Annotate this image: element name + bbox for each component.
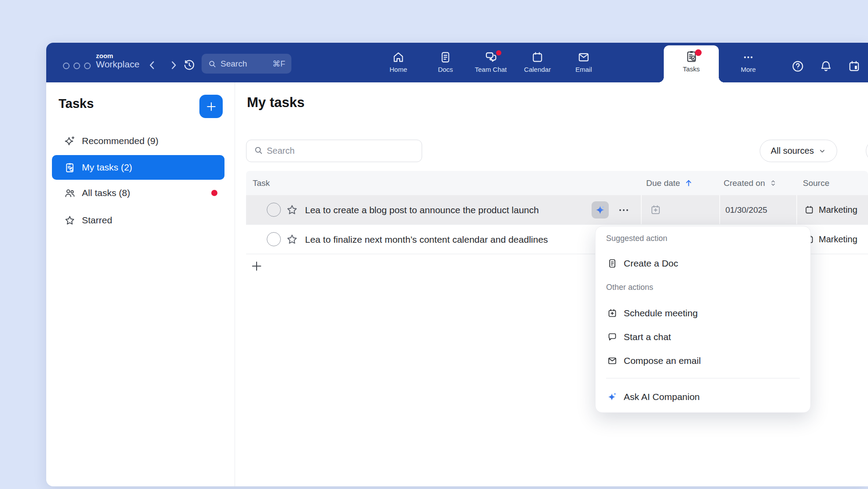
- sparkle-icon: [64, 135, 76, 147]
- global-search-input[interactable]: Search ⌘F: [202, 54, 291, 74]
- window-control-dot[interactable]: [74, 63, 80, 69]
- calendar-plus-icon: [607, 308, 618, 319]
- doc-icon: [607, 258, 618, 269]
- source-filter-dropdown[interactable]: All sources: [760, 140, 837, 162]
- sidebar-item-my-tasks[interactable]: My tasks (2): [52, 155, 224, 180]
- nav-calendar-label: Calendar: [515, 66, 559, 73]
- nav-email[interactable]: Email: [562, 49, 606, 73]
- column-header-created-on[interactable]: Created on: [724, 171, 777, 195]
- help-button[interactable]: [791, 59, 804, 73]
- column-header-source[interactable]: Source: [803, 171, 829, 195]
- window-control-dot[interactable]: [63, 63, 70, 69]
- star-icon[interactable]: [286, 233, 298, 246]
- sidebar-item-starred[interactable]: Starred: [52, 208, 224, 233]
- logo-workplace-text: Workplace: [96, 59, 140, 69]
- envelope-icon: [607, 356, 618, 366]
- bell-icon: [819, 59, 833, 73]
- nav-home[interactable]: Home: [376, 49, 420, 73]
- window-control-dot[interactable]: [84, 63, 91, 69]
- chevron-down-icon: [818, 147, 826, 155]
- chevron-left-icon: [146, 59, 159, 72]
- column-header-due-date[interactable]: Due date: [646, 171, 693, 195]
- sort-ascending-icon: [684, 178, 693, 188]
- forward-button[interactable]: [167, 59, 180, 72]
- source-name: Marketing: [819, 205, 857, 215]
- nav-more[interactable]: More: [726, 49, 770, 73]
- zoom-workplace-logo: zoom Workplace: [96, 52, 140, 69]
- tasks-search-input[interactable]: [246, 140, 422, 162]
- ai-companion-action-button[interactable]: [592, 201, 609, 219]
- add-task-button[interactable]: [199, 95, 223, 118]
- global-search-placeholder: Search: [221, 59, 247, 69]
- back-button[interactable]: [146, 59, 159, 72]
- menu-item-compose-email[interactable]: Compose an email: [596, 348, 810, 374]
- sidebar-item-label: Recommended (9): [82, 136, 158, 146]
- source-filter-label: All sources: [771, 146, 814, 156]
- search-shortcut: ⌘F: [272, 59, 285, 69]
- users-icon: [64, 187, 76, 199]
- logo-zoom-text: zoom: [96, 52, 140, 59]
- window-controls: [63, 63, 91, 69]
- calendar-icon: [531, 51, 544, 64]
- tab-tasks-label: Tasks: [664, 65, 719, 73]
- calendar-plus-icon: [650, 204, 662, 216]
- tasks-sidebar: Tasks Recommended (9) My tasks (2) All t…: [46, 82, 235, 486]
- task-title[interactable]: Lea to finalize next month’s content cal…: [305, 225, 548, 254]
- nav-email-label: Email: [562, 66, 606, 73]
- add-new-task-button[interactable]: [250, 259, 265, 274]
- plus-icon: [250, 259, 263, 273]
- email-icon: [577, 51, 590, 64]
- chat-bubble-icon: [607, 332, 618, 342]
- menu-item-create-doc[interactable]: Create a Doc: [596, 251, 810, 276]
- home-icon: [392, 51, 405, 64]
- nav-docs-label: Docs: [423, 66, 467, 73]
- task-title[interactable]: Lea to create a blog post to announce th…: [305, 195, 539, 225]
- row-more-actions-button[interactable]: [617, 205, 635, 215]
- plus-icon: [205, 100, 217, 113]
- sidebar-item-label: My tasks (2): [82, 162, 132, 173]
- sidebar-title: Tasks: [59, 96, 94, 111]
- tab-tasks-active[interactable]: Tasks: [664, 45, 719, 82]
- schedule-button[interactable]: [847, 59, 861, 73]
- clipboard-check-icon: [64, 162, 76, 174]
- history-button[interactable]: [183, 59, 196, 72]
- add-due-date-button[interactable]: [650, 204, 662, 216]
- created-on-date: 01/30/2025: [725, 195, 767, 225]
- suggested-actions-menu: Suggested action Create a Doc Other acti…: [595, 226, 811, 413]
- sidebar-item-label: Starred: [82, 215, 112, 226]
- star-icon[interactable]: [286, 204, 298, 216]
- column-header-task[interactable]: Task: [253, 171, 270, 195]
- nav-docs[interactable]: Docs: [423, 49, 467, 73]
- table-header: Task Due date Created on Source: [246, 171, 868, 195]
- source-cell[interactable]: Marketing: [804, 195, 857, 225]
- secondary-filter-dropdown-partial[interactable]: [866, 140, 868, 162]
- menu-item-start-chat[interactable]: Start a chat: [596, 324, 810, 350]
- menu-item-schedule-meeting[interactable]: Schedule meeting: [596, 300, 810, 326]
- search-icon: [208, 59, 217, 68]
- source-cell[interactable]: Marketing: [804, 225, 857, 254]
- sort-both-icon: [769, 179, 777, 187]
- team-chat-badge: [496, 50, 501, 56]
- clock-history-icon: [183, 59, 196, 72]
- all-tasks-badge: [211, 190, 217, 196]
- nav-team-chat[interactable]: Team Chat: [469, 49, 513, 73]
- task-complete-checkbox[interactable]: [267, 203, 281, 217]
- nav-more-label: More: [726, 66, 770, 73]
- sidebar-item-label: All tasks (8): [82, 188, 130, 198]
- task-complete-checkbox[interactable]: [267, 232, 281, 246]
- help-icon: [791, 59, 805, 73]
- task-row[interactable]: Lea to create a blog post to announce th…: [246, 195, 868, 225]
- nav-calendar[interactable]: Calendar: [515, 49, 559, 73]
- star-icon: [64, 215, 76, 226]
- ellipsis-icon: [742, 51, 755, 64]
- sidebar-item-recommended[interactable]: Recommended (9): [52, 129, 224, 153]
- app-window: zoom Workplace Search ⌘F Home Docs: [46, 43, 868, 486]
- ellipsis-icon: [617, 205, 630, 215]
- notifications-button[interactable]: [819, 59, 832, 73]
- menu-item-ask-ai-companion[interactable]: Ask AI Companion: [596, 384, 810, 410]
- sidebar-item-all-tasks[interactable]: All tasks (8): [52, 181, 224, 205]
- ai-sparkle-icon: [607, 392, 618, 402]
- menu-section-label: Other actions: [606, 283, 653, 292]
- calendar-schedule-icon: [847, 59, 861, 73]
- source-name: Marketing: [819, 234, 857, 244]
